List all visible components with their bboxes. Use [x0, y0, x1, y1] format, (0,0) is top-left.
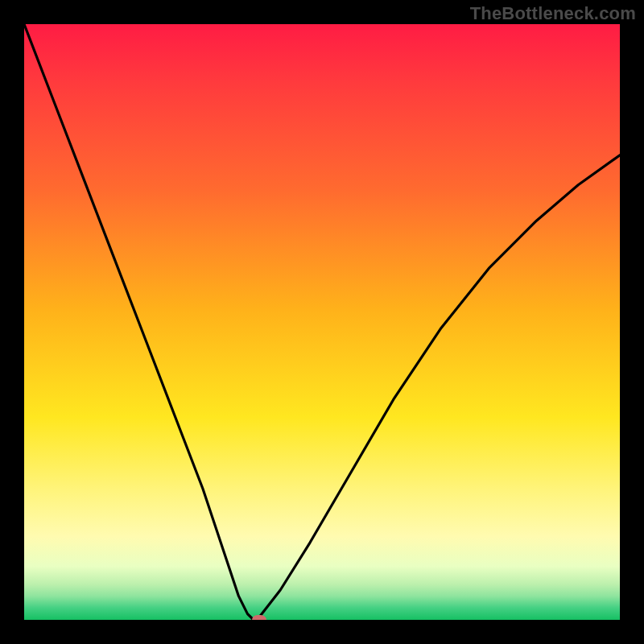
optimal-point-marker — [252, 615, 266, 620]
plot-area — [24, 24, 620, 620]
bottleneck-curve — [24, 24, 620, 620]
chart-frame: TheBottleneck.com — [0, 0, 644, 644]
watermark-text: TheBottleneck.com — [470, 3, 636, 24]
